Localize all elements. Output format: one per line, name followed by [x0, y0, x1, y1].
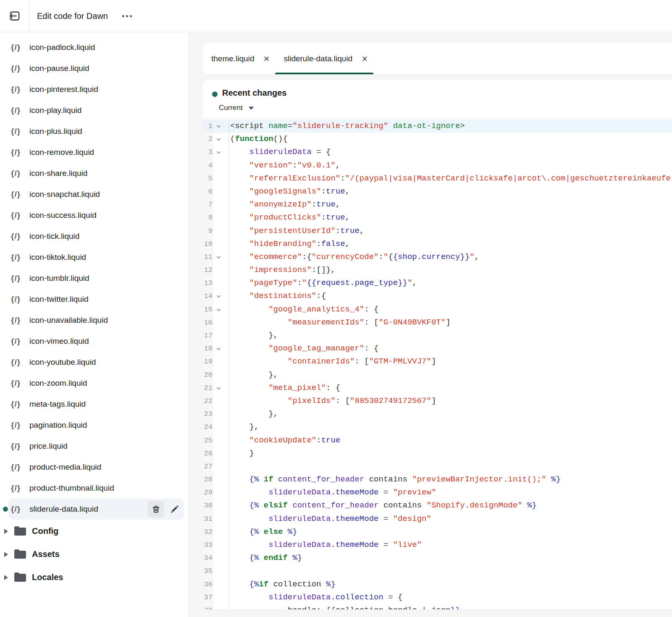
file-item[interactable]: {/}icon-tumblr.liquid — [8, 268, 184, 289]
file-item[interactable]: {/}pagination.liquid — [8, 415, 184, 436]
file-item[interactable]: {/}product-media.liquid — [8, 457, 184, 478]
code-editor[interactable]: 1<script name="sliderule-tracking" data-… — [203, 119, 672, 609]
line-number: 28 — [203, 473, 213, 486]
file-item[interactable]: {/}icon-vimeo.liquid — [8, 331, 184, 352]
tab-close-button[interactable]: × — [263, 54, 269, 64]
file-item[interactable]: {/}icon-zoom.liquid — [8, 373, 184, 394]
code-line: 3 slideruleData = { — [203, 146, 672, 159]
code-text: "persistentUserId":true, — [229, 225, 672, 238]
code-line: 28 {% if content_for_header contains "pr… — [203, 473, 672, 486]
file-name: price.liquid — [29, 442, 68, 451]
fold-chevron-icon[interactable] — [217, 124, 221, 128]
folder-item[interactable]: Config — [4, 520, 189, 543]
file-item[interactable]: {/}icon-tiktok.liquid — [8, 247, 184, 268]
gutter-fold-cell — [213, 604, 229, 609]
tab-sliderule-data.liquid[interactable]: sliderule-data.liquid× — [275, 43, 373, 74]
fold-chevron-icon[interactable] — [217, 307, 221, 311]
gutter-fold-cell — [213, 211, 229, 224]
line-number: 19 — [203, 355, 213, 368]
back-button[interactable] — [0, 0, 30, 32]
line-number: 18 — [203, 342, 213, 355]
file-item[interactable]: {/}icon-tick.liquid — [8, 226, 184, 247]
editor-card: Recent changes Current 1<script name="sl… — [203, 80, 672, 609]
main-panel: theme.liquid×sliderule-data.liquid× Rece… — [189, 33, 672, 617]
line-number: 7 — [203, 198, 213, 211]
file-name: icon-play.liquid — [29, 106, 81, 115]
code-text: slideruleData = { — [229, 146, 672, 159]
gutter-fold-cell — [213, 342, 229, 355]
file-item[interactable]: {/}product-thumbnail.liquid — [8, 478, 184, 499]
file-name: icon-pause.liquid — [29, 64, 89, 73]
tab-label: sliderule-data.liquid — [284, 54, 352, 63]
line-number: 33 — [203, 539, 213, 552]
file-item[interactable]: {/}icon-padlock.liquid — [8, 37, 184, 58]
fold-chevron-icon[interactable] — [217, 294, 221, 298]
code-line: 17 }, — [203, 329, 672, 342]
file-name: pagination.liquid — [29, 421, 87, 430]
disclosure-triangle-icon[interactable] — [4, 552, 8, 557]
recent-changes-header: Recent changes Current — [203, 80, 672, 119]
line-number: 24 — [203, 421, 213, 434]
code-line: 24 }, — [203, 421, 672, 434]
trash-icon — [152, 505, 160, 514]
file-browser-sidebar: {/}icon-padlock.liquid{/}icon-pause.liqu… — [0, 33, 189, 617]
gutter-fold-cell — [213, 434, 229, 447]
file-item[interactable]: {/}meta-tags.liquid — [8, 394, 184, 415]
file-name: icon-share.liquid — [29, 169, 87, 178]
code-text: "meta_pixel": { — [229, 382, 672, 395]
file-item[interactable]: {/}icon-plus.liquid — [8, 121, 184, 142]
code-line: 19 "containerIds": ["GTM-PMLVVJ7"] — [203, 355, 672, 368]
folder-item[interactable]: Assets — [4, 543, 189, 566]
liquid-code-icon: {/} — [11, 295, 27, 304]
delete-file-button[interactable] — [147, 501, 164, 518]
liquid-code-icon: {/} — [11, 43, 27, 52]
code-text: slideruleData.themeMode = "live" — [229, 539, 672, 552]
file-item[interactable]: {/}icon-pinterest.liquid — [8, 79, 184, 100]
fold-chevron-icon[interactable] — [217, 385, 221, 390]
line-number: 11 — [203, 251, 213, 264]
gutter-fold-cell — [213, 198, 229, 211]
gutter-fold-cell — [213, 290, 229, 303]
file-item[interactable]: {/}icon-youtube.liquid — [8, 352, 184, 373]
rename-file-button[interactable] — [166, 501, 183, 518]
liquid-code-icon: {/} — [11, 106, 27, 115]
line-number: 22 — [203, 395, 213, 408]
tab-theme.liquid[interactable]: theme.liquid× — [203, 43, 275, 74]
folder-name: Assets — [32, 549, 60, 559]
status-dot — [212, 92, 218, 97]
file-item[interactable]: {/}icon-share.liquid — [8, 163, 184, 184]
code-line: 20 }, — [203, 369, 672, 382]
file-item[interactable]: {/}icon-snapchat.liquid — [8, 184, 184, 205]
gutter-fold-cell — [213, 277, 229, 290]
fold-chevron-icon[interactable] — [217, 346, 221, 350]
line-number: 30 — [203, 499, 213, 512]
tab-close-button[interactable]: × — [362, 54, 368, 64]
file-item[interactable]: {/}icon-remove.liquid — [8, 142, 184, 163]
file-item[interactable]: {/}sliderule-data.liquid — [8, 499, 184, 520]
line-number: 25 — [203, 434, 213, 447]
line-number: 34 — [203, 552, 213, 565]
page-title: Edit code for Dawn — [37, 11, 108, 21]
code-line: 35 — [203, 565, 672, 578]
file-item[interactable]: {/}price.liquid — [8, 436, 184, 457]
fold-chevron-icon[interactable] — [217, 255, 221, 259]
folder-icon — [13, 572, 27, 583]
file-item[interactable]: {/}icon-success.liquid — [8, 205, 184, 226]
more-menu-button[interactable] — [121, 12, 134, 21]
gutter-fold-cell — [213, 159, 229, 172]
code-text: "version":"v0.0.1", — [229, 159, 672, 172]
file-item[interactable]: {/}icon-play.liquid — [8, 100, 184, 121]
disclosure-triangle-icon[interactable] — [4, 575, 8, 580]
file-item[interactable]: {/}icon-unavailable.liquid — [8, 310, 184, 331]
fold-chevron-icon[interactable] — [217, 137, 221, 141]
disclosure-triangle-icon[interactable] — [4, 529, 8, 534]
file-item[interactable]: {/}icon-pause.liquid — [8, 58, 184, 79]
folder-item[interactable]: Locales — [4, 566, 189, 589]
version-dropdown[interactable]: Current — [219, 104, 254, 112]
gutter-fold-cell — [213, 225, 229, 238]
code-line: 4 "version":"v0.0.1", — [203, 159, 672, 172]
file-name: icon-remove.liquid — [29, 148, 94, 157]
code-line: 10 "hideBranding":false, — [203, 238, 672, 251]
fold-chevron-icon[interactable] — [217, 150, 221, 154]
file-item[interactable]: {/}icon-twitter.liquid — [8, 289, 184, 310]
